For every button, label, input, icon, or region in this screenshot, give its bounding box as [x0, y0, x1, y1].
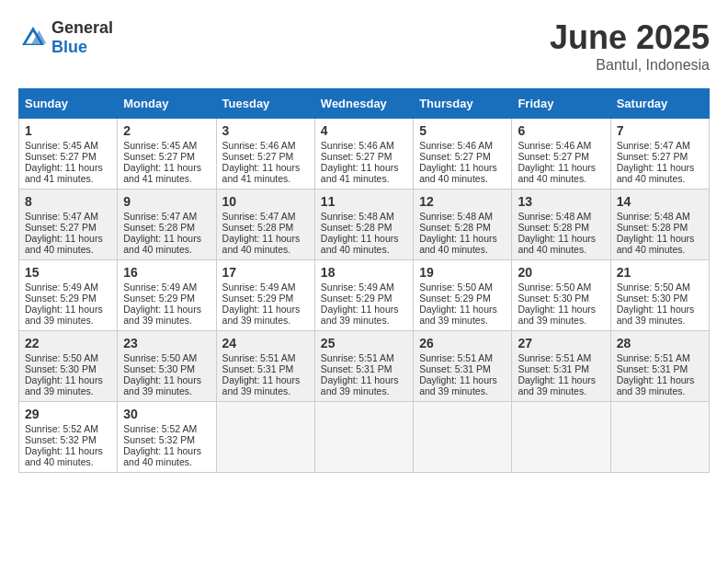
page-header: General Blue June 2025 Bantul, Indonesia [18, 18, 710, 74]
table-row: 2Sunrise: 5:45 AMSunset: 5:27 PMDaylight… [118, 119, 216, 190]
table-row: 21Sunrise: 5:50 AMSunset: 5:30 PMDayligh… [610, 260, 709, 331]
calendar-week-1: 1Sunrise: 5:45 AMSunset: 5:27 PMDaylight… [19, 119, 710, 190]
logo-general-text: General [51, 18, 113, 38]
table-row: 10Sunrise: 5:47 AMSunset: 5:28 PMDayligh… [216, 190, 314, 260]
table-row: 19Sunrise: 5:50 AMSunset: 5:29 PMDayligh… [414, 260, 512, 331]
table-row: 25Sunrise: 5:51 AMSunset: 5:31 PMDayligh… [314, 331, 413, 402]
calendar-week-4: 22Sunrise: 5:50 AMSunset: 5:30 PMDayligh… [19, 331, 710, 402]
table-row: 26Sunrise: 5:51 AMSunset: 5:31 PMDayligh… [414, 331, 512, 402]
col-sunday: Sunday [19, 89, 118, 119]
table-row: 30Sunrise: 5:52 AMSunset: 5:32 PMDayligh… [118, 402, 216, 473]
col-saturday: Saturday [610, 89, 709, 119]
table-row: 9Sunrise: 5:47 AMSunset: 5:28 PMDaylight… [118, 190, 216, 260]
table-row: 1Sunrise: 5:45 AMSunset: 5:27 PMDaylight… [19, 119, 118, 190]
table-row: 16Sunrise: 5:49 AMSunset: 5:29 PMDayligh… [118, 260, 216, 331]
logo-blue-text: Blue [51, 38, 113, 57]
table-row: 11Sunrise: 5:48 AMSunset: 5:28 PMDayligh… [314, 190, 413, 260]
table-row [512, 402, 610, 473]
calendar-header-row: Sunday Monday Tuesday Wednesday Thursday… [19, 89, 710, 119]
table-row: 13Sunrise: 5:48 AMSunset: 5:28 PMDayligh… [512, 190, 610, 260]
table-row: 17Sunrise: 5:49 AMSunset: 5:29 PMDayligh… [216, 260, 314, 331]
table-row [216, 402, 314, 473]
table-row: 12Sunrise: 5:48 AMSunset: 5:28 PMDayligh… [414, 190, 512, 260]
table-row: 29Sunrise: 5:52 AMSunset: 5:32 PMDayligh… [19, 402, 118, 473]
table-row: 27Sunrise: 5:51 AMSunset: 5:31 PMDayligh… [512, 331, 610, 402]
table-row: 3Sunrise: 5:46 AMSunset: 5:27 PMDaylight… [216, 119, 314, 190]
table-row [414, 402, 512, 473]
calendar-week-3: 15Sunrise: 5:49 AMSunset: 5:29 PMDayligh… [19, 260, 710, 331]
calendar-week-5: 29Sunrise: 5:52 AMSunset: 5:32 PMDayligh… [19, 402, 710, 473]
table-row: 18Sunrise: 5:49 AMSunset: 5:29 PMDayligh… [314, 260, 413, 331]
table-row [314, 402, 413, 473]
table-row: 20Sunrise: 5:50 AMSunset: 5:30 PMDayligh… [512, 260, 610, 331]
table-row: 14Sunrise: 5:48 AMSunset: 5:28 PMDayligh… [610, 190, 709, 260]
table-row: 5Sunrise: 5:46 AMSunset: 5:27 PMDaylight… [414, 119, 512, 190]
table-row: 6Sunrise: 5:46 AMSunset: 5:27 PMDaylight… [512, 119, 610, 190]
col-thursday: Thursday [414, 89, 512, 119]
table-row [610, 402, 709, 473]
logo: General Blue [18, 18, 113, 57]
calendar-table: Sunday Monday Tuesday Wednesday Thursday… [18, 88, 710, 473]
col-tuesday: Tuesday [216, 89, 314, 119]
table-row: 4Sunrise: 5:46 AMSunset: 5:27 PMDaylight… [314, 119, 413, 190]
table-row: 22Sunrise: 5:50 AMSunset: 5:30 PMDayligh… [19, 331, 118, 402]
logo-text: General Blue [51, 18, 113, 57]
month-title: June 2025 [550, 18, 710, 57]
table-row: 15Sunrise: 5:49 AMSunset: 5:29 PMDayligh… [19, 260, 118, 331]
table-row: 23Sunrise: 5:50 AMSunset: 5:30 PMDayligh… [118, 331, 216, 402]
col-wednesday: Wednesday [314, 89, 413, 119]
col-monday: Monday [118, 89, 216, 119]
title-block: June 2025 Bantul, Indonesia [550, 18, 710, 74]
logo-icon [18, 23, 48, 52]
calendar-week-2: 8Sunrise: 5:47 AMSunset: 5:27 PMDaylight… [19, 190, 710, 260]
location: Bantul, Indonesia [550, 57, 710, 74]
table-row: 8Sunrise: 5:47 AMSunset: 5:27 PMDaylight… [19, 190, 118, 260]
table-row: 28Sunrise: 5:51 AMSunset: 5:31 PMDayligh… [610, 331, 709, 402]
col-friday: Friday [512, 89, 610, 119]
table-row: 24Sunrise: 5:51 AMSunset: 5:31 PMDayligh… [216, 331, 314, 402]
table-row: 7Sunrise: 5:47 AMSunset: 5:27 PMDaylight… [610, 119, 709, 190]
